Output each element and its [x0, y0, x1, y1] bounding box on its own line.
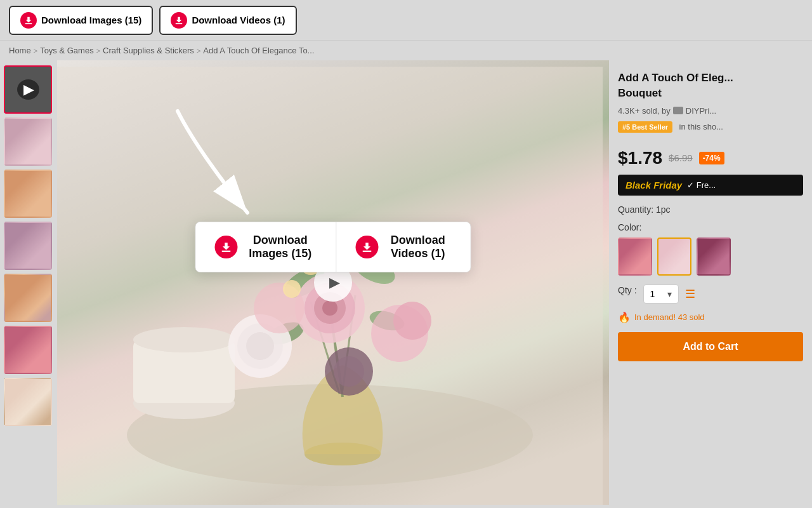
download-videos-button[interactable]: Download Videos (1)	[159, 6, 296, 35]
black-friday-label: Black Friday	[625, 180, 682, 190]
breadcrumb: Home > Toys & Games > Craft Supplies & S…	[0, 41, 812, 60]
price-row: $1.78 $6.99 -74%	[618, 148, 803, 168]
overlay-download-videos-button[interactable]: Download Videos (1)	[336, 222, 470, 272]
seller-icon	[673, 107, 683, 114]
qty-row: Qty : 1 ▾ ☰	[618, 284, 803, 304]
svg-point-19	[322, 300, 337, 316]
download-images-icon	[20, 12, 37, 29]
color-options	[618, 237, 803, 276]
price-original: $6.99	[669, 152, 693, 163]
in-demand-row: 🔥 In demand! 43 sold	[618, 311, 803, 323]
svg-point-22	[246, 332, 274, 360]
qty-dropdown[interactable]: 1 ▾	[643, 284, 679, 304]
fire-icon: 🔥	[618, 311, 631, 323]
qty-value: 1	[650, 289, 655, 299]
download-videos-icon	[171, 12, 187, 29]
breadcrumb-sep-1: >	[34, 47, 37, 55]
sold-info: 4.3K+ sold, by DIYPri...	[618, 106, 803, 116]
thumbnail-3[interactable]	[4, 222, 52, 270]
svg-point-6	[133, 327, 235, 352]
quantity-label: Quantity: 1pc	[618, 204, 803, 215]
color-label-text: Color:	[618, 222, 641, 232]
breadcrumb-product[interactable]: Add A Touch Of Elegance To...	[203, 46, 314, 55]
thumbnail-5[interactable]	[4, 326, 52, 374]
qty-label-text: Qty :	[618, 285, 637, 295]
discount-badge: -74%	[699, 152, 724, 164]
thumbnail-6[interactable]	[4, 378, 52, 426]
right-panel: Add A Touch Of Eleg...Bouquet 4.3K+ sold…	[609, 60, 812, 505]
download-images-label: Download Images (15)	[41, 15, 141, 25]
product-title: Add A Touch Of Eleg...Bouquet	[618, 70, 803, 101]
color-swatch-1[interactable]	[618, 237, 652, 276]
black-friday-bar: Black Friday ✓ Fre...	[618, 175, 803, 196]
svg-rect-33	[362, 251, 371, 252]
seller-name: DIYPri...	[686, 106, 716, 116]
free-label: ✓ Fre...	[687, 180, 716, 190]
add-to-cart-button[interactable]: Add to Cart	[618, 332, 803, 361]
best-seller-badge: #5 Best Seller	[618, 121, 672, 133]
breadcrumb-craft[interactable]: Craft Supplies & Stickers	[103, 46, 194, 55]
best-seller-row: #5 Best Seller in this sho...	[618, 121, 803, 140]
svg-rect-0	[25, 23, 32, 24]
svg-rect-32	[222, 251, 231, 252]
overlay-download-images-button[interactable]: Download Images (15)	[196, 222, 337, 272]
in-demand-text: In demand! 43 sold	[634, 312, 705, 322]
breadcrumb-home[interactable]: Home	[9, 46, 31, 55]
thumbnail-4[interactable]	[4, 274, 52, 322]
breadcrumb-toys[interactable]: Toys & Games	[40, 46, 94, 55]
overlay-download-images-label: Download Images (15)	[244, 234, 317, 260]
toolbar: Download Images (15) Download Videos (1)	[0, 0, 812, 41]
overlay-download-panel: Download Images (15) Download Videos (1)	[195, 222, 471, 272]
breadcrumb-sep-2: >	[96, 47, 100, 55]
main-image-container: Download Images (15) Download Videos (1)	[57, 60, 609, 505]
svg-point-30	[283, 280, 301, 298]
sold-count: 4.3K+ sold, by	[618, 106, 671, 116]
best-seller-text: in this sho...	[679, 122, 723, 131]
overlay-download-videos-icon	[355, 236, 378, 258]
qty-options-icon: ☰	[685, 287, 695, 301]
thumbnail-video[interactable]	[4, 65, 52, 114]
thumbnail-2[interactable]	[4, 170, 52, 218]
overlay-download-images-icon	[215, 236, 238, 258]
price-current: $1.78	[618, 148, 662, 168]
color-swatch-3[interactable]	[697, 237, 731, 276]
download-videos-label: Download Videos (1)	[192, 15, 285, 25]
thumbnail-sidebar	[0, 60, 57, 505]
svg-point-24	[393, 302, 431, 340]
main-content: Download Images (15) Download Videos (1)…	[0, 60, 812, 505]
color-swatch-2[interactable]	[657, 237, 691, 276]
thumbnail-1[interactable]	[4, 117, 52, 166]
breadcrumb-sep-3: >	[197, 47, 200, 55]
svg-point-27	[334, 356, 364, 387]
overlay-download-videos-label: Download Videos (1)	[384, 234, 451, 260]
svg-rect-1	[176, 23, 183, 24]
download-images-button[interactable]: Download Images (15)	[9, 6, 153, 35]
chevron-down-icon: ▾	[667, 289, 672, 299]
color-label: Color:	[618, 222, 803, 232]
